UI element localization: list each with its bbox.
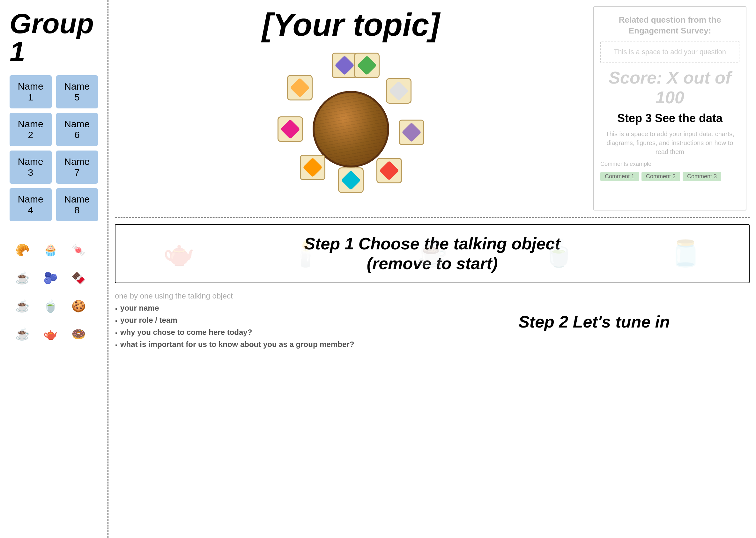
middle-divider — [115, 217, 750, 218]
instruction-item: your role / team — [115, 316, 426, 326]
food-item: 🍪 — [66, 294, 91, 319]
table-grain — [314, 93, 387, 166]
cushion — [290, 78, 310, 98]
chair — [278, 116, 303, 142]
name-card: Name 2 — [10, 113, 52, 146]
name-card: Name 7 — [56, 150, 98, 184]
step1-box: 🫖🕯️☕🍵🫙 Step 1 Choose the talking object … — [115, 224, 750, 283]
food-item: ☕ — [10, 321, 35, 347]
name-grid: Name 1Name 5Name 2Name 6Name 3Name 7Name… — [10, 75, 98, 221]
food-item: 🍬 — [66, 237, 91, 263]
instruction-item: your name — [115, 303, 426, 314]
chair — [300, 155, 325, 180]
cushion — [357, 56, 377, 75]
cushion — [389, 81, 408, 101]
instruction-item: why you chose to come here today? — [115, 328, 426, 338]
right-panel: [Your topic] Related question from the E… — [108, 0, 756, 538]
cushion — [402, 123, 421, 142]
food-item: ☕ — [10, 294, 35, 319]
instruction-intro: one by one using the talking object — [115, 292, 426, 300]
name-card: Name 8 — [56, 188, 98, 221]
instructions-column: one by one using the talking object your… — [115, 292, 426, 352]
score-text: Score: X out of 100 — [600, 68, 739, 107]
chair — [386, 78, 411, 104]
comment-tag: Comment 2 — [641, 172, 680, 181]
food-item: 🫖 — [38, 321, 63, 347]
comments-label: Comments example — [600, 161, 739, 167]
cushion — [379, 161, 399, 181]
center-area: [Your topic] — [118, 6, 584, 210]
left-panel: Group 1 Name 1Name 5Name 2Name 6Name 3Na… — [0, 0, 108, 538]
name-card: Name 6 — [56, 113, 98, 146]
step1-title: Step 1 Choose the talking object (remove… — [122, 234, 743, 274]
chair — [338, 167, 364, 193]
name-card: Name 1 — [10, 75, 52, 108]
cushion — [341, 170, 361, 190]
comment-tag: Comment 3 — [683, 172, 721, 181]
bottom-row: one by one using the talking object your… — [115, 288, 750, 355]
food-item: 🍫 — [66, 265, 91, 291]
cushion — [303, 158, 322, 177]
survey-panel: Related question from the Engagement Sur… — [593, 6, 746, 210]
food-grid: 🥐🧁🍬☕🫐🍫☕🍵🍪☕🫖🍩 — [10, 237, 98, 347]
seating-diagram — [271, 49, 431, 209]
name-card: Name 3 — [10, 150, 52, 184]
step2-title: Step 2 Let's tune in — [518, 312, 670, 331]
data-instruction: This is a space to add your input data: … — [600, 130, 739, 156]
chair — [354, 53, 380, 78]
group-title: Group 1 — [10, 10, 98, 66]
chair — [399, 120, 424, 145]
name-card: Name 4 — [10, 188, 52, 221]
food-item: 🧁 — [38, 237, 63, 263]
food-item: 🍩 — [66, 321, 91, 347]
topic-title: [Your topic] — [262, 6, 440, 43]
step2-column: Step 2 Let's tune in — [439, 292, 750, 352]
right-top-area: [Your topic] Related question from the E… — [108, 0, 756, 217]
chair — [332, 53, 357, 78]
food-item: ☕ — [10, 265, 35, 291]
food-item: 🫐 — [38, 265, 63, 291]
comment-tag: Comment 1 — [600, 172, 639, 181]
cushion — [335, 56, 354, 75]
instruction-item: what is important for us to know about y… — [115, 340, 426, 350]
food-item: 🥐 — [10, 237, 35, 263]
food-item: 🍵 — [38, 294, 63, 319]
instruction-list: your nameyour role / teamwhy you chose t… — [115, 303, 426, 350]
chair — [287, 75, 313, 100]
step3-title: Step 3 See the data — [600, 112, 739, 125]
comment-tags: Comment 1Comment 2Comment 3 — [600, 172, 739, 181]
name-card: Name 5 — [56, 75, 98, 108]
survey-question-placeholder: This is a space to add your question — [600, 41, 739, 63]
cushion — [280, 119, 300, 139]
survey-heading: Related question from the Engagement Sur… — [600, 15, 739, 36]
chair — [376, 158, 402, 184]
